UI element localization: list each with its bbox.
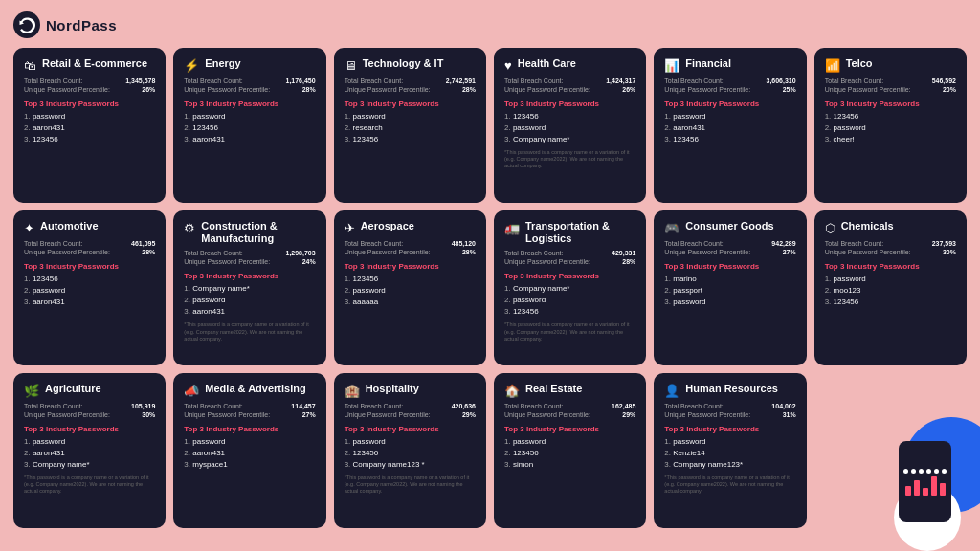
percentile-label: Unique Password Percentile: (184, 411, 270, 418)
percentile-value: 26% (622, 86, 635, 93)
password-item: 3. 123456 (664, 134, 795, 145)
deco-dot (911, 469, 916, 474)
card-icon-energy: ⚡ (184, 58, 199, 73)
card-icon-chemicals: ⬡ (825, 221, 835, 235)
footnote: *This password is a company name or a va… (504, 321, 635, 342)
card-title: Media & Advertising (205, 383, 305, 395)
password-item: 2. aaron431 (664, 122, 795, 134)
card-icon-consumer: 🎮 (664, 221, 679, 235)
percentile-value: 28% (462, 249, 476, 255)
card-icon-hospitality: 🏨 (345, 384, 360, 398)
stats-row: Total Breach Count: 942,289 (664, 240, 795, 247)
stats-row-percentile: Unique Password Percentile: 28% (504, 258, 635, 265)
deco-dot (942, 469, 947, 474)
password-item: 1. password (184, 111, 315, 122)
header: NordPass (13, 11, 967, 38)
password-item: 3. 123456 (825, 297, 956, 308)
deco-bars (905, 476, 946, 496)
card-title: Financial (685, 57, 731, 70)
deco-dot (903, 469, 908, 474)
logo: NordPass (13, 11, 117, 38)
stats-row: Total Breach Count: 3,606,310 (664, 77, 795, 84)
percentile-value: 29% (622, 411, 635, 418)
passwords-label: Top 3 Industry Passwords (504, 99, 635, 108)
percentile-label: Unique Password Percentile: (504, 411, 590, 418)
footnote: *This password is a company name or a va… (664, 474, 795, 495)
breach-count-value: 420,636 (452, 403, 476, 409)
card-retail: 🛍 Retail & E-commerce Total Breach Count… (13, 48, 166, 203)
percentile-value: 20% (943, 86, 956, 93)
percentile-label: Unique Password Percentile: (345, 86, 431, 93)
card-icon-hr: 👤 (664, 384, 679, 398)
stats-row: Total Breach Count: 1,424,317 (504, 77, 635, 84)
breach-count-label: Total Breach Count: (24, 403, 82, 409)
breach-count-label: Total Breach Count: (664, 403, 723, 409)
percentile-value: 26% (142, 86, 155, 93)
card-icon-realestate: 🏠 (504, 384, 520, 398)
breach-count-label: Total Breach Count: (184, 403, 242, 409)
percentile-label: Unique Password Percentile: (184, 86, 270, 93)
password-item: 1. marino (664, 274, 795, 285)
card-header: ✦ Automotive (24, 220, 155, 235)
stats-row-percentile: Unique Password Percentile: 26% (24, 86, 155, 93)
password-item: 2. aaron431 (184, 448, 315, 459)
deco-dot (934, 469, 939, 474)
card-chemicals: ⬡ Chemicals Total Breach Count: 237,593 … (814, 210, 967, 365)
percentile-label: Unique Password Percentile: (825, 249, 911, 255)
percentile-label: Unique Password Percentile: (345, 411, 431, 418)
deco-bar (940, 483, 946, 496)
breach-count-value: 104,002 (771, 403, 795, 409)
percentile-label: Unique Password Percentile: (184, 258, 270, 265)
passwords-label: Top 3 Industry Passwords (664, 425, 795, 433)
breach-count-value: 114,457 (291, 403, 315, 409)
stats-row: Total Breach Count: 1,176,450 (184, 77, 315, 84)
percentile-label: Unique Password Percentile: (24, 411, 110, 418)
card-title: Chemicals (841, 220, 894, 232)
breach-count-value: 3,606,310 (767, 77, 796, 84)
stats-row: Total Breach Count: 237,593 (825, 240, 956, 247)
breach-count-value: 546,592 (932, 77, 956, 84)
breach-count-value: 1,345,578 (125, 77, 155, 84)
passwords-label: Top 3 Industry Passwords (664, 262, 795, 271)
breach-count-value: 1,176,450 (286, 77, 316, 84)
card-header: 🚛 Transportation & Logistics (504, 220, 635, 245)
card-realestate: 🏠 Real Estate Total Breach Count: 162,48… (494, 373, 646, 528)
card-icon-aerospace: ✈ (345, 221, 355, 235)
card-header: ⚡ Energy (184, 57, 315, 73)
breach-count-value: 1,298,703 (286, 250, 316, 256)
percentile-value: 30% (142, 411, 155, 418)
card-healthcare: ♥ Health Care Total Breach Count: 1,424,… (494, 48, 646, 203)
password-item: 3. password (664, 297, 795, 308)
password-item: 1. password (345, 111, 476, 122)
card-title: Energy (205, 57, 240, 70)
password-item: 1. password (184, 436, 315, 448)
percentile-value: 27% (302, 411, 316, 418)
password-item: 2. moo123 (825, 285, 956, 297)
card-consumer: 🎮 Consumer Goods Total Breach Count: 942… (654, 210, 806, 365)
password-item: 2. password (345, 285, 476, 297)
password-item: 3. myspace1 (184, 459, 315, 471)
password-item: 2. research (345, 122, 476, 134)
stats-row: Total Breach Count: 429,331 (504, 250, 635, 256)
percentile-value: 27% (783, 249, 796, 255)
stats-row: Total Breach Count: 485,120 (345, 240, 476, 247)
breach-count-label: Total Breach Count: (345, 403, 403, 409)
passwords-label: Top 3 Industry Passwords (184, 272, 315, 280)
breach-count-value: 2,742,591 (446, 77, 476, 84)
main-container: NordPass 🛍 Retail & E-commerce Total Bre… (0, 0, 980, 551)
card-hr: 👤 Human Resources Total Breach Count: 10… (654, 373, 806, 528)
percentile-value: 28% (622, 258, 635, 265)
breach-count-label: Total Breach Count: (825, 240, 883, 247)
stats-row: Total Breach Count: 2,742,591 (345, 77, 476, 84)
password-item: 1. Company name* (184, 283, 315, 295)
deco-dot (926, 469, 931, 474)
card-header: 🖥 Technology & IT (345, 57, 476, 73)
password-item: 2. 123456 (345, 448, 476, 459)
card-header: 📊 Financial (664, 57, 795, 73)
card-header: 📶 Telco (825, 57, 956, 73)
card-header: 🏠 Real Estate (504, 383, 635, 398)
card-title: Retail & E-commerce (42, 57, 147, 70)
card-title: Agriculture (45, 383, 101, 395)
breach-count-label: Total Breach Count: (345, 240, 403, 247)
breach-count-label: Total Breach Count: (345, 77, 403, 84)
